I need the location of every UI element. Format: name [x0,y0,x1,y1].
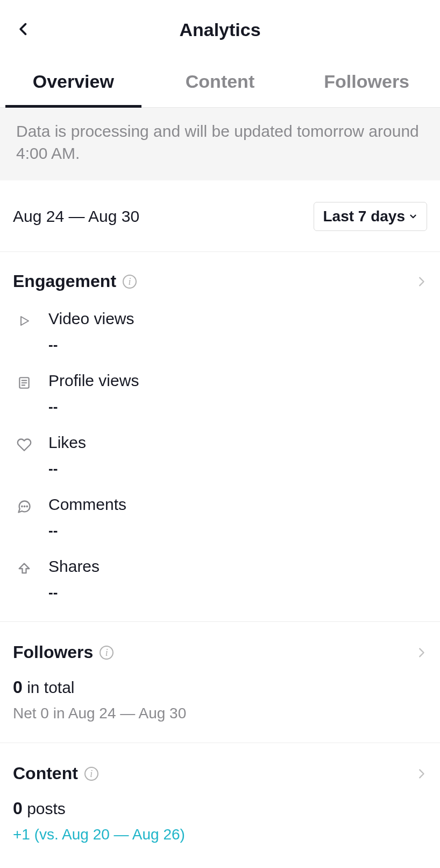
info-icon: i [123,275,137,289]
followers-net: Net 0 in Aug 24 — Aug 30 [13,705,427,722]
metric-label: Likes [48,433,86,452]
chevron-left-icon [16,19,31,39]
chevron-right-icon [415,766,427,781]
chevron-right-icon [415,274,427,289]
followers-total-suffix: in total [23,678,75,696]
tab-overview[interactable]: Overview [0,59,147,107]
metric-value: -- [48,398,139,415]
info-icon: i [84,767,98,781]
svg-point-7 [27,506,27,507]
back-button[interactable] [13,18,34,40]
metric-value: -- [48,460,86,477]
svg-marker-0 [21,317,29,325]
content-posts-suffix: posts [23,800,66,817]
heart-icon [17,437,32,452]
metric-label: Shares [48,557,100,576]
chevron-down-icon [408,212,418,221]
date-range-selector-label: Last 7 days [323,208,405,225]
svg-point-6 [24,506,25,507]
info-icon: i [100,646,113,660]
metric-value: -- [48,337,134,353]
metric-shares: Shares -- [13,539,427,601]
chevron-right-icon [415,645,427,660]
tab-followers[interactable]: Followers [293,59,440,107]
date-row: Aug 24 — Aug 30 Last 7 days [0,180,440,252]
followers-section: Followers i 0 in total Net 0 in Aug 24 —… [0,621,440,722]
svg-point-5 [22,506,22,507]
metric-video-views: Video views -- [13,291,427,353]
share-icon [17,561,32,576]
metric-value: -- [48,584,100,601]
comment-icon [17,499,32,514]
followers-header[interactable]: Followers i [13,642,427,662]
engagement-section: Engagement i Video views -- Profile view… [0,252,440,601]
tab-content[interactable]: Content [147,59,294,107]
content-posts: 0 posts [13,799,427,818]
content-section: Content i 0 posts +1 (vs. Aug 20 — Aug 2… [0,743,440,843]
metric-label: Comments [48,495,126,514]
metric-likes: Likes -- [13,415,427,477]
date-range-text: Aug 24 — Aug 30 [13,207,139,226]
header: Analytics [0,0,440,59]
followers-total-number: 0 [13,677,23,697]
content-title: Content [13,764,78,783]
followers-total: 0 in total [13,677,427,697]
content-header[interactable]: Content i [13,764,427,783]
engagement-header[interactable]: Engagement i [13,271,427,291]
metric-comments: Comments -- [13,477,427,539]
metric-profile-views: Profile views -- [13,353,427,415]
followers-title: Followers [13,642,93,662]
metric-label: Profile views [48,372,139,390]
processing-notice: Data is processing and will be updated t… [0,108,440,180]
profile-icon [17,376,31,390]
play-icon [18,314,31,327]
metric-value: -- [48,522,126,539]
content-delta: +1 (vs. Aug 20 — Aug 26) [13,826,427,843]
page-title: Analytics [179,19,260,40]
tabs: Overview Content Followers [0,59,440,108]
metric-label: Video views [48,310,134,328]
engagement-title: Engagement [13,271,116,291]
content-posts-number: 0 [13,799,23,818]
date-range-selector[interactable]: Last 7 days [314,202,427,231]
